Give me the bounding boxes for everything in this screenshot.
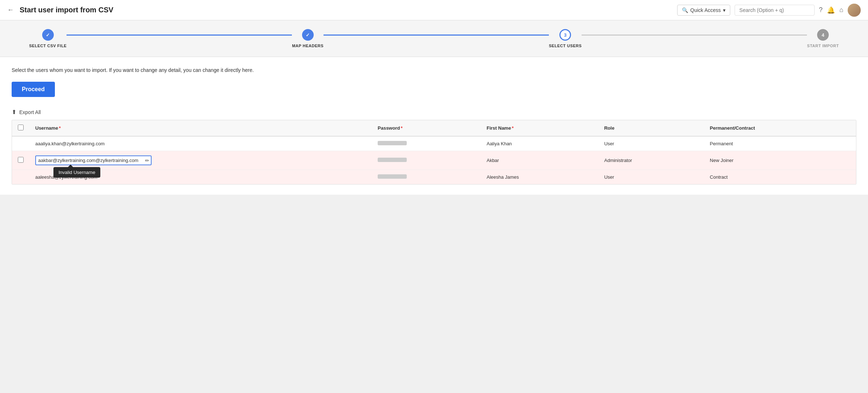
step-3-circle: 3: [559, 29, 571, 41]
avatar[interactable]: [848, 4, 861, 17]
chevron-down-icon: ▾: [723, 7, 726, 13]
username-required: *: [59, 125, 61, 131]
main-content: Select the users whom you want to import…: [0, 57, 868, 195]
col-password: Password*: [372, 120, 481, 136]
step-line-3: [582, 35, 807, 36]
row-2-checkbox[interactable]: [18, 157, 24, 163]
quick-access-button[interactable]: 🔍 Quick Access ▾: [677, 5, 730, 16]
export-icon: ⬆: [12, 109, 16, 116]
header-right: 🔍 Quick Access ▾ ? 🔔 ⌂: [677, 4, 861, 17]
col-contract: Permanent/Contract: [704, 120, 856, 136]
step-2: ✓ MAP HEADERS: [292, 29, 324, 48]
table-row: aaleesha@zylkertraining.com Aleesha Jame…: [12, 170, 856, 185]
quick-access-label: Quick Access: [690, 7, 721, 13]
stepper: ✓ SELECT CSV FILE ✓ MAP HEADERS 3 SELECT…: [29, 29, 839, 48]
page-title: Start user import from CSV: [20, 6, 671, 14]
row-1-checkbox-cell: [12, 136, 29, 151]
table-header: Username* Password* First Name* Role Per…: [12, 120, 856, 136]
users-table: Username* Password* First Name* Role Per…: [12, 120, 856, 184]
row-1-username: aaaliya.khan@zylkertraining.com: [29, 136, 372, 151]
back-button[interactable]: ←: [7, 6, 14, 14]
export-all-row[interactable]: ⬆ Export All: [12, 109, 856, 116]
step-line-2: [324, 35, 549, 36]
col-firstname: First Name*: [481, 120, 599, 136]
row-1-role: User: [598, 136, 704, 151]
step-3-label: SELECT USERS: [549, 44, 582, 48]
table-row: aaaliya.khan@zylkertraining.com Aaliya K…: [12, 136, 856, 151]
username-edit-wrap: ✏ Invalid Username: [35, 155, 152, 165]
username-edit-input[interactable]: [35, 155, 152, 165]
search-input[interactable]: [735, 5, 815, 16]
row-1-firstname: Aaliya Khan: [481, 136, 599, 151]
table-body: aaaliya.khan@zylkertraining.com Aaliya K…: [12, 136, 856, 184]
step-1-label: SELECT CSV FILE: [29, 44, 67, 48]
users-table-container: Username* Password* First Name* Role Per…: [12, 120, 856, 185]
row-1-contract: Permanent: [704, 136, 856, 151]
export-all-label: Export All: [19, 109, 41, 115]
col-username: Username*: [29, 120, 372, 136]
step-2-label: MAP HEADERS: [292, 44, 324, 48]
col-checkbox: [12, 120, 29, 136]
avatar-image: [848, 4, 861, 17]
step-4-circle: 4: [817, 29, 829, 41]
edit-icon-button[interactable]: ✏: [144, 157, 151, 164]
row-2-password: [372, 151, 481, 170]
password-blur-1: [378, 141, 407, 145]
col-role: Role: [598, 120, 704, 136]
table-row: ✏ Invalid Username Akbar Administrator N…: [12, 151, 856, 170]
step-line-1: [67, 35, 292, 36]
invalid-username-tooltip: Invalid Username: [53, 167, 100, 178]
row-2-firstname: Akbar: [481, 151, 599, 170]
row-2-checkbox-cell: [12, 151, 29, 170]
step-1-circle: ✓: [42, 29, 54, 41]
proceed-button[interactable]: Proceed: [12, 82, 55, 97]
row-2-role: Administrator: [598, 151, 704, 170]
header: ← Start user import from CSV 🔍 Quick Acc…: [0, 0, 868, 20]
help-icon[interactable]: ?: [819, 6, 823, 14]
password-blur-3: [378, 174, 407, 179]
firstname-required: *: [512, 125, 514, 131]
password-required: *: [401, 125, 402, 131]
stepper-container: ✓ SELECT CSV FILE ✓ MAP HEADERS 3 SELECT…: [0, 20, 868, 57]
step-4: 4 START IMPORT: [807, 29, 839, 48]
password-blur-2: [378, 158, 407, 162]
step-4-label: START IMPORT: [807, 44, 839, 48]
row-1-password: [372, 136, 481, 151]
row-2-contract: New Joiner: [704, 151, 856, 170]
row-3-firstname: Aleesha James: [481, 170, 599, 185]
row-3-password: [372, 170, 481, 185]
search-icon: 🔍: [682, 7, 688, 13]
step-2-circle: ✓: [302, 29, 314, 41]
row-3-checkbox-cell: [12, 170, 29, 185]
step-3: 3 SELECT USERS: [549, 29, 582, 48]
description-text: Select the users whom you want to import…: [12, 67, 856, 73]
home-icon[interactable]: ⌂: [839, 6, 843, 14]
row-2-username-cell: ✏ Invalid Username: [29, 151, 372, 170]
notification-icon[interactable]: 🔔: [827, 6, 835, 14]
select-all-checkbox[interactable]: [18, 125, 24, 130]
step-1: ✓ SELECT CSV FILE: [29, 29, 67, 48]
row-3-role: User: [598, 170, 704, 185]
row-3-contract: Contract: [704, 170, 856, 185]
